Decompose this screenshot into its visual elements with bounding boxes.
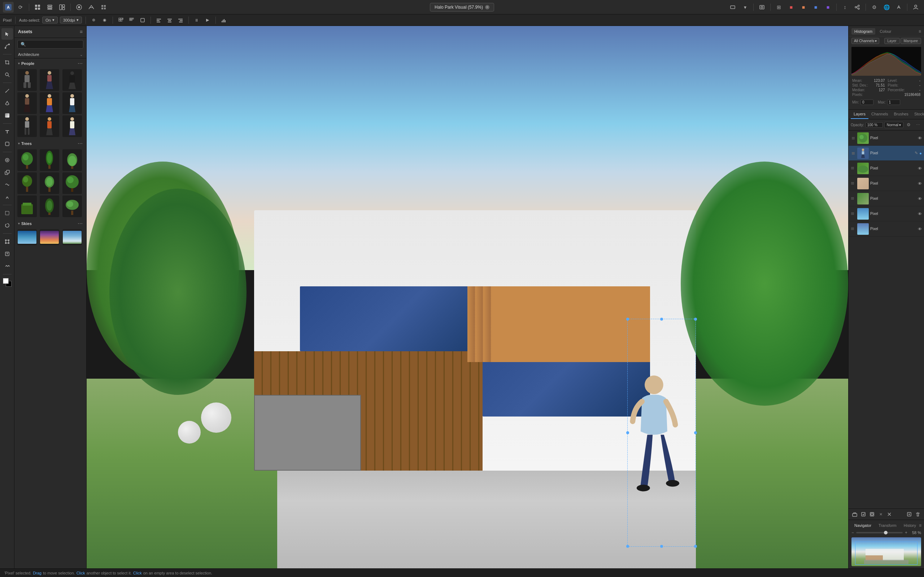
zoom-tool[interactable]: [2, 69, 13, 81]
language-icon[interactable]: 🌐: [881, 2, 892, 13]
mask-layer-btn[interactable]: [868, 510, 876, 518]
min-input[interactable]: [861, 100, 874, 105]
person-asset-9[interactable]: [63, 115, 82, 137]
fill-layer-btn[interactable]: [859, 510, 867, 518]
view-zoom-tool[interactable]: [2, 260, 13, 272]
clone-tool[interactable]: [2, 167, 13, 178]
zoom-in-btn[interactable]: +: [905, 530, 908, 535]
opacity-input[interactable]: [866, 122, 883, 128]
crop-tool[interactable]: [2, 56, 13, 68]
heal-tool[interactable]: [2, 154, 13, 166]
delete-layer-btn[interactable]: [885, 510, 893, 518]
person-asset-7[interactable]: [17, 115, 37, 137]
selected-person-object[interactable]: [627, 335, 681, 541]
text-tool[interactable]: [2, 126, 13, 137]
dropdown-icon[interactable]: ▾: [740, 2, 750, 13]
people-section-header[interactable]: ▾ People ⋯: [15, 58, 86, 68]
crosshair-tool[interactable]: ⊕: [89, 16, 98, 24]
skies-menu-btn[interactable]: ⋯: [78, 221, 82, 226]
align-center-tool[interactable]: [165, 16, 174, 24]
text-tool-2[interactable]: [2, 248, 13, 259]
layer-visibility-3[interactable]: 👁: [918, 166, 922, 171]
pause-tool[interactable]: ⏸: [192, 16, 201, 24]
navigator-zoom-thumb[interactable]: [884, 531, 888, 534]
color-display[interactable]: [2, 277, 13, 288]
layer-settings-button[interactable]: ⚙: [905, 121, 913, 129]
tree-asset-4[interactable]: [17, 172, 37, 194]
transform-tab[interactable]: Transform: [876, 522, 900, 529]
history-tab[interactable]: History: [901, 522, 919, 529]
layer-row-7[interactable]: Pixel 👁: [848, 221, 924, 237]
pointer-tool[interactable]: [2, 28, 13, 40]
navigator-preview[interactable]: [851, 537, 921, 566]
person-asset-5[interactable]: [40, 92, 59, 114]
tree-asset-6[interactable]: [63, 172, 82, 194]
export-persona-icon[interactable]: [98, 2, 109, 13]
pixel-persona-icon[interactable]: [86, 2, 97, 13]
layer-row-4[interactable]: Pixel 👁: [848, 176, 924, 191]
tree-asset-3[interactable]: [63, 149, 82, 171]
sky-asset-3[interactable]: [63, 229, 82, 245]
tree-asset-5[interactable]: [40, 172, 59, 194]
brush-tool[interactable]: [2, 85, 13, 97]
layers-view-icon[interactable]: [44, 2, 55, 13]
blend-mode-dropdown[interactable]: Normal ▾: [884, 122, 903, 128]
search-input[interactable]: [27, 42, 80, 47]
layer-visibility-1[interactable]: 👁: [918, 136, 922, 140]
navigator-panel-options[interactable]: ≡: [919, 523, 921, 528]
play-tool[interactable]: ▶: [203, 16, 212, 24]
assets-panel-menu[interactable]: ≡: [80, 29, 82, 35]
colour-tab[interactable]: Colour: [877, 28, 894, 35]
tree-asset-7[interactable]: [17, 195, 37, 217]
layer-options-button[interactable]: ⋯: [914, 121, 922, 129]
histogram-tab[interactable]: Histogram: [851, 28, 875, 35]
max-input[interactable]: [887, 100, 900, 105]
person-asset-3[interactable]: [63, 69, 82, 91]
grid-view-icon[interactable]: [32, 2, 43, 13]
navigator-zoom-slider[interactable]: [856, 532, 903, 533]
adjustment-layer-btn[interactable]: ✕: [877, 510, 885, 518]
sky-asset-1[interactable]: [17, 229, 37, 245]
layer-edit-2[interactable]: ✎: [914, 151, 918, 155]
draw-persona-icon[interactable]: [74, 2, 84, 13]
align-right-tool[interactable]: [176, 16, 185, 24]
orange-channel-icon[interactable]: ■: [798, 2, 809, 13]
close-tab-button[interactable]: ×: [485, 5, 489, 10]
histogram-tool[interactable]: [220, 16, 228, 24]
settings-icon[interactable]: ⚙: [869, 2, 880, 13]
purple-channel-icon[interactable]: ■: [822, 2, 834, 13]
person-asset-6[interactable]: [63, 92, 82, 114]
tree-asset-9[interactable]: [63, 195, 82, 217]
export-arrows-icon[interactable]: ↕: [840, 2, 850, 13]
layer-row-5[interactable]: Pixel 👁: [848, 191, 924, 206]
shape-tool[interactable]: [2, 138, 13, 150]
tree-asset-8[interactable]: [40, 195, 59, 217]
brushes-tab[interactable]: Brushes: [891, 110, 911, 119]
eye-tool[interactable]: ◉: [100, 16, 109, 24]
grid-4-tool[interactable]: [128, 16, 136, 24]
layer-visibility-4[interactable]: 👁: [918, 181, 922, 186]
align-left-tool[interactable]: [155, 16, 163, 24]
blue-channel-icon[interactable]: ■: [810, 2, 821, 13]
red-channel-icon[interactable]: ■: [786, 2, 796, 13]
histogram-panel-options[interactable]: ≡: [919, 29, 921, 34]
grid-3x3-tool[interactable]: [116, 16, 125, 24]
dodge-tool[interactable]: [2, 191, 13, 203]
node-tool[interactable]: [2, 40, 13, 52]
trees-section-header[interactable]: ▾ Trees ⋯: [15, 139, 86, 148]
lasso-tool[interactable]: [2, 220, 13, 231]
person-asset-1[interactable]: [17, 69, 37, 91]
zoom-out-btn[interactable]: −: [851, 530, 854, 535]
skies-section-header[interactable]: ▾ Skies ⋯: [15, 219, 86, 228]
transform-tool[interactable]: [2, 236, 13, 247]
history-icon[interactable]: ⟳: [15, 2, 26, 13]
smudge-tool[interactable]: [2, 179, 13, 190]
tree-asset-2[interactable]: [40, 149, 59, 171]
person-asset-2[interactable]: [40, 69, 59, 91]
arrange-icon[interactable]: ⊞: [774, 2, 784, 13]
channels-tab[interactable]: Channels: [868, 110, 891, 119]
canvas-area[interactable]: [87, 26, 848, 568]
fill-tool[interactable]: [2, 97, 13, 109]
stock-tab[interactable]: Stock: [911, 110, 924, 119]
layer-visibility-2[interactable]: ●: [919, 151, 922, 155]
